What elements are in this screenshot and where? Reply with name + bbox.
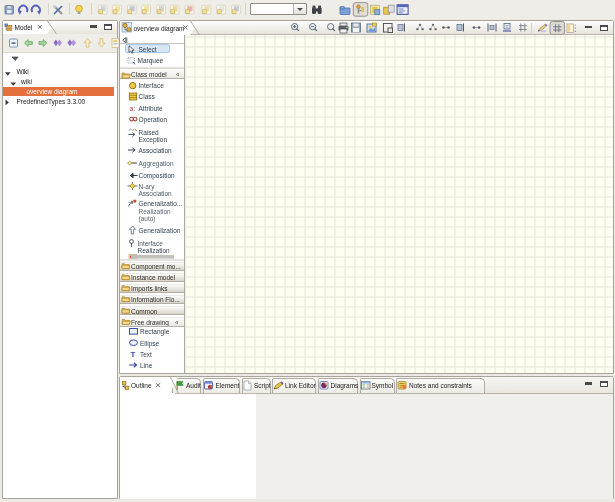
svg-text:T: T	[131, 350, 136, 359]
svg-text:a:: a:	[130, 105, 136, 112]
